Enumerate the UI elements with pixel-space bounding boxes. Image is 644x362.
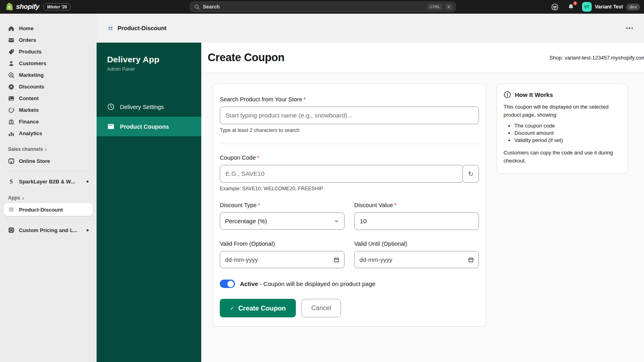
sidebar-item-label: Finance: [19, 119, 39, 125]
discount-type-select[interactable]: Percentage (%): [220, 212, 345, 230]
sidebar-item-content[interactable]: Content: [4, 93, 93, 104]
global-search[interactable]: Search CTRL K: [190, 2, 456, 12]
orders-icon: [8, 37, 14, 43]
custom-pricing-app-icon: [8, 227, 14, 233]
label-text: Search Product from Your Store: [220, 96, 302, 103]
panel-item-label: Product Coupons: [120, 123, 169, 130]
admin-sidebar: Home Orders Products Customers Marketing…: [0, 14, 97, 362]
sidebar-item-markets[interactable]: $ Markets: [4, 104, 93, 116]
sidebar-item-label: Discounts: [19, 84, 44, 90]
check-icon: ✓: [230, 305, 234, 311]
coupon-code-label: Coupon Code*: [220, 154, 479, 161]
discount-value-input[interactable]: [354, 212, 479, 230]
page-title: Create Coupon: [208, 51, 285, 64]
target-icon: [8, 72, 14, 78]
app-panel-title: Delivery App: [97, 55, 201, 64]
sidekick-button[interactable]: [550, 2, 560, 12]
sidebar-item-finance[interactable]: Finance: [4, 116, 93, 128]
sidebar-item-label: Online Store: [19, 158, 50, 164]
sidebar-item-customers[interactable]: Customers: [4, 58, 93, 69]
sparklayer-icon: S: [8, 178, 14, 185]
sidebar-item-online-store[interactable]: Online Store: [4, 154, 93, 167]
search-placeholder: Search: [203, 4, 425, 10]
discount-value-label: Discount Value*: [354, 202, 479, 208]
sidebar-item-home[interactable]: Home: [4, 23, 93, 34]
generate-code-button[interactable]: ↻: [462, 165, 479, 183]
valid-from-input[interactable]: dd-mm-yyyy: [220, 251, 345, 268]
svg-text:S: S: [10, 179, 13, 185]
cancel-button[interactable]: Cancel: [301, 299, 341, 317]
form-divider: [220, 144, 479, 144]
sidebar-item-product-discount[interactable]: Product-Discount: [4, 203, 93, 216]
env-badge: dev: [626, 4, 640, 10]
main-header: Create Coupon Shop: variant-test-123457.…: [201, 43, 644, 73]
panel-item-product-coupons[interactable]: Product Coupons: [97, 117, 201, 136]
list-item: The coupon code: [514, 123, 621, 129]
product-search-input[interactable]: [220, 107, 479, 124]
tag-icon: [8, 49, 14, 55]
active-description: - Coupon will be displayed on product pa…: [260, 280, 376, 287]
apps-label: Apps: [8, 195, 20, 201]
discount-type-label: Discount Type*: [220, 202, 345, 208]
sidebar-item-discounts[interactable]: Discounts: [4, 81, 93, 93]
bank-icon: [8, 119, 14, 125]
sales-channels-header[interactable]: Sales channels ›: [8, 146, 97, 152]
coupon-icon: [107, 123, 115, 130]
sidebar-item-label: Marketing: [19, 72, 43, 78]
user-name: Variant Test: [595, 4, 623, 10]
info-icon: [504, 91, 511, 99]
sidebar-item-marketing[interactable]: Marketing: [4, 69, 93, 81]
globe-dollar-icon: $: [8, 107, 14, 113]
sidebar-item-label: Content: [19, 95, 39, 101]
coupon-code-input[interactable]: [220, 165, 464, 183]
user-menu[interactable]: VT Variant Test dev: [582, 2, 640, 12]
shopify-logo[interactable]: S shopify: [6, 2, 39, 11]
coupon-code-helper: Example: SAVE10, WELCOME20, FREESHIP: [220, 186, 479, 191]
chevron-right-icon: ›: [45, 147, 47, 152]
sidebar-item-sparklayer[interactable]: S SparkLayer B2B & W...: [4, 175, 93, 188]
brand-wordmark: shopify: [16, 3, 39, 11]
delivery-app-panel: Delivery App Admin Panel Delivery Settin…: [97, 43, 201, 362]
sidebar-item-label: SparkLayer B2B & W...: [19, 179, 75, 185]
chevron-right-icon: ›: [22, 195, 24, 201]
how-it-works-card: How It Works This coupon will be display…: [497, 84, 628, 174]
notifications-button[interactable]: 1: [566, 2, 576, 12]
app-panel-subtitle: Admin Panel: [97, 64, 201, 72]
list-item: Discount amount: [514, 130, 621, 136]
sidebar-item-orders[interactable]: Orders: [4, 34, 93, 46]
page-header: Product-Discount: [97, 14, 644, 43]
sidebar-item-label: Customers: [19, 60, 46, 66]
create-coupon-button[interactable]: ✓ Create Coupon: [220, 299, 296, 317]
sidekick-icon: [551, 3, 559, 11]
panel-item-delivery-settings[interactable]: Delivery Settings: [97, 97, 201, 117]
sidebar-item-products[interactable]: Products: [4, 46, 93, 58]
chevron-down-icon: [334, 218, 339, 224]
release-badge[interactable]: Winter '26: [43, 3, 71, 10]
active-toggle[interactable]: [220, 280, 235, 288]
date-placeholder: dd-mm-yyyy: [359, 256, 392, 263]
sidebar-item-analytics[interactable]: Analytics: [4, 128, 93, 139]
sidebar-item-label: Custom Pricing and L...: [19, 227, 77, 233]
bar-chart-icon: [8, 130, 14, 137]
shop-label: Shop: variant-test-123457.myshopify.com: [549, 55, 644, 61]
how-it-works-list: The coupon code Discount amount Validity…: [504, 123, 621, 143]
shortcut-k-key: K: [445, 4, 453, 10]
how-it-works-outro: Customers can copy the code and use it d…: [504, 149, 621, 165]
shortcut-ctrl-key: CTRL: [427, 4, 442, 10]
breadcrumb[interactable]: Product-Discount: [107, 25, 167, 32]
create-coupon-form: Search Product from Your Store* Type at …: [213, 84, 486, 327]
storefront-icon: [8, 158, 14, 164]
home-icon: [8, 25, 14, 32]
person-icon: [8, 60, 14, 67]
required-asterisk: *: [394, 202, 396, 208]
topbar: S shopify Winter '26 Search CTRL K: [0, 0, 644, 14]
notification-dot: [87, 181, 89, 183]
apps-header[interactable]: Apps ›: [8, 195, 97, 201]
more-actions-button[interactable]: [624, 25, 636, 31]
valid-until-input[interactable]: dd-mm-yyyy: [354, 251, 479, 268]
how-it-works-title: How It Works: [515, 91, 553, 98]
topbar-right: 1 VT Variant Test dev: [456, 2, 640, 12]
svg-text:S: S: [8, 5, 10, 9]
notification-dot: [87, 229, 89, 231]
sidebar-item-custom-pricing[interactable]: Custom Pricing and L...: [4, 224, 93, 237]
